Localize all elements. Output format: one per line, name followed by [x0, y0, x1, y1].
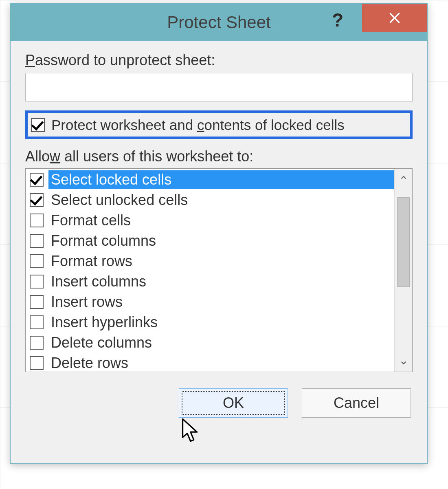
permission-item[interactable]: Select locked cells	[28, 170, 394, 190]
permission-label: Format rows	[48, 252, 394, 271]
permission-checkbox[interactable]	[30, 193, 44, 207]
dialog-title: Protect Sheet	[167, 13, 270, 32]
permission-item[interactable]: Insert columns	[28, 271, 394, 292]
dialog-content: Password to unprotect sheet: Protect wor…	[11, 41, 427, 463]
cancel-button[interactable]: Cancel	[302, 388, 411, 418]
allow-users-label: Allow all users of this worksheet to:	[25, 148, 413, 165]
protect-worksheet-label: Protect worksheet and contents of locked…	[51, 117, 345, 133]
help-icon: ?	[332, 9, 343, 31]
scroll-thumb[interactable]	[397, 197, 410, 287]
protect-worksheet-checkbox[interactable]	[31, 118, 45, 132]
ok-button[interactable]: OK	[179, 388, 288, 418]
permission-checkbox[interactable]	[30, 275, 44, 289]
permission-checkbox[interactable]	[30, 234, 44, 248]
chevron-down-icon	[400, 359, 407, 366]
permission-label: Insert hyperlinks	[48, 313, 394, 332]
scrollbar[interactable]	[394, 169, 412, 372]
close-icon	[388, 11, 401, 24]
permissions-list-inner: Select locked cellsSelect unlocked cells…	[26, 169, 394, 372]
permission-label: Delete columns	[48, 333, 394, 352]
permission-checkbox[interactable]	[30, 214, 44, 227]
permission-item[interactable]: Select unlocked cells	[28, 190, 394, 210]
permission-label: Insert columns	[48, 272, 394, 291]
permission-item[interactable]: Delete rows	[28, 353, 394, 372]
permission-item[interactable]: Format rows	[28, 251, 394, 271]
permission-checkbox[interactable]	[30, 173, 44, 187]
permissions-listbox[interactable]: Select locked cellsSelect unlocked cells…	[25, 168, 413, 372]
titlebar[interactable]: Protect Sheet ?	[11, 4, 427, 41]
close-button[interactable]	[362, 4, 427, 32]
permission-label: Insert rows	[48, 293, 394, 311]
permission-checkbox[interactable]	[30, 336, 44, 350]
scroll-down-button[interactable]	[395, 354, 413, 372]
permission-item[interactable]: Insert rows	[28, 292, 394, 312]
dialog-button-row: OK Cancel	[25, 388, 413, 422]
permission-item[interactable]: Insert hyperlinks	[28, 312, 394, 333]
scroll-track[interactable]	[395, 187, 412, 354]
password-label: Password to unprotect sheet:	[25, 52, 413, 69]
permission-checkbox[interactable]	[30, 356, 44, 370]
permission-label: Select unlocked cells	[48, 191, 394, 209]
scroll-up-button[interactable]	[395, 169, 413, 187]
permission-item[interactable]: Format cells	[28, 210, 394, 231]
help-button[interactable]: ?	[321, 4, 354, 36]
protect-worksheet-row[interactable]: Protect worksheet and contents of locked…	[25, 110, 413, 139]
permission-checkbox[interactable]	[30, 315, 44, 329]
permission-label: Format columns	[48, 231, 394, 250]
permission-item[interactable]: Format columns	[28, 231, 394, 251]
permission-item[interactable]: Delete columns	[28, 333, 394, 353]
permission-label: Delete rows	[48, 354, 394, 372]
chevron-up-icon	[400, 174, 407, 181]
protect-sheet-dialog: Protect Sheet ? Password to unprotect sh…	[10, 3, 428, 464]
permission-checkbox[interactable]	[30, 295, 44, 309]
permission-label: Select locked cells	[48, 170, 394, 189]
permission-checkbox[interactable]	[30, 254, 44, 268]
permission-label: Format cells	[48, 211, 394, 230]
password-input[interactable]	[25, 73, 413, 101]
